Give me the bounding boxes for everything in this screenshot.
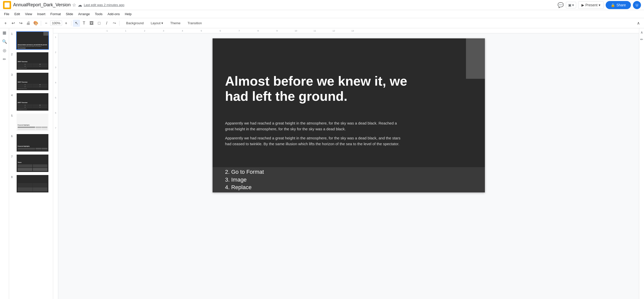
- collapse-toolbar-button[interactable]: ∧: [635, 20, 642, 27]
- layout-dropdown-button[interactable]: Layout ▾: [148, 20, 166, 26]
- line-button[interactable]: /: [103, 20, 110, 27]
- transition-button[interactable]: Transition: [185, 20, 205, 26]
- slide-body: Apparently we had reached a great height…: [225, 120, 402, 147]
- edit-panel-icon[interactable]: ✏: [3, 57, 6, 62]
- popup-item-3[interactable]: 4. Replace: [225, 184, 472, 191]
- slide-paragraph-2: Apparently we had reached a great height…: [225, 135, 402, 147]
- doc-title: AnnualReport_Dark_Version: [13, 2, 71, 8]
- print-button[interactable]: 🖨: [25, 20, 32, 27]
- slide-number-4: 4: [11, 94, 15, 97]
- slide-title: Almost before we knew it, we had left th…: [225, 74, 414, 104]
- menu-edit[interactable]: Edit: [12, 11, 22, 17]
- slide-item-8[interactable]: 8: [9, 173, 53, 194]
- menu-insert[interactable]: Insert: [35, 11, 47, 17]
- slide-thumb-5[interactable]: Financial Highlights: [16, 113, 49, 132]
- layout-mode-button[interactable]: ▣ ▾: [566, 2, 576, 8]
- menu-tools[interactable]: Tools: [93, 11, 104, 17]
- menu-format[interactable]: Format: [48, 11, 63, 17]
- shape-button[interactable]: □: [96, 20, 103, 27]
- slide-number-5: 5: [11, 114, 15, 117]
- slide-item-2[interactable]: 2 SWOT Overview SW OT Lorem ipsum dolor …: [9, 51, 53, 71]
- animate-panel-icon[interactable]: ◎: [3, 48, 6, 53]
- menu-slide[interactable]: Slide: [64, 11, 75, 17]
- image-button[interactable]: 🖼: [88, 20, 95, 27]
- menu-arrange[interactable]: Arrange: [76, 11, 92, 17]
- zoom-in-button[interactable]: +: [63, 20, 70, 27]
- slide-thumb-6[interactable]: Financial Highlights: [16, 134, 49, 152]
- right-panel-edit-icon[interactable]: ✏: [640, 37, 643, 41]
- menu-file[interactable]: File: [2, 11, 11, 17]
- user-avatar[interactable]: U: [633, 1, 641, 9]
- top-bar: AnnualReport_Dark_Version ☆ ☁ Last edit …: [0, 0, 644, 10]
- toolbar-sep-1: [41, 21, 41, 26]
- menu-bar: File Edit View Insert Format Slide Arran…: [0, 10, 644, 18]
- slide-main[interactable]: Almost before we knew it, we had left th…: [213, 38, 485, 192]
- connector-button[interactable]: ⤳: [111, 20, 118, 27]
- theme-button[interactable]: Theme: [167, 20, 183, 26]
- popup-item-2[interactable]: 3. Image: [225, 176, 472, 184]
- slide-number-2: 2: [11, 53, 15, 56]
- star-icon[interactable]: ☆: [72, 2, 76, 8]
- slide-thumb-3[interactable]: SWOT Overview SW OT Lorem ipsum dolor si…: [16, 72, 49, 91]
- context-menu-overlay: 2. Go to Format 3. Image 4. Replace: [213, 167, 485, 192]
- slide-thumb-4[interactable]: SWOT Overview SW OT Lorem ipsum dolor si…: [16, 93, 49, 111]
- toolbar-sep-3: [119, 21, 120, 26]
- toolbar-right-buttons: Background Layout ▾ Theme Transition: [123, 20, 205, 26]
- slide-paragraph-1: Apparently we had reached a great height…: [225, 120, 402, 132]
- canvas-scroll[interactable]: 1 2 3 4 5 6 7 Almost before we knew it, …: [53, 33, 639, 299]
- app-icon: [3, 1, 11, 9]
- main-area: ▦ 🔍 ◎ ✏ 1 Almost before we knew it, we h…: [0, 28, 644, 299]
- collapse-right-panel-button[interactable]: ∧: [640, 30, 643, 34]
- slide-thumb-7[interactable]: Team: [16, 154, 49, 172]
- left-panel-icons: ▦ 🔍 ◎ ✏: [0, 28, 9, 299]
- paint-format-button[interactable]: 🎨: [32, 20, 39, 27]
- toolbar-sep-2: [71, 21, 71, 26]
- last-edit-label[interactable]: Last edit was 2 minutes ago: [84, 3, 124, 7]
- slides-panel-icon[interactable]: ▦: [3, 30, 6, 35]
- zoom-level[interactable]: 100%: [50, 20, 62, 26]
- slide-item-1[interactable]: 1 Almost before we knew it, we had left …: [9, 30, 53, 51]
- top-right-actions: 💬 ▣ ▾ ▶ Present ▾ 🔒 Share U: [558, 1, 641, 9]
- slide-panel: 1 Almost before we knew it, we had left …: [9, 28, 53, 299]
- menu-addons[interactable]: Add-ons: [106, 11, 122, 17]
- search-panel-icon[interactable]: 🔍: [2, 39, 7, 44]
- redo-button[interactable]: ↪: [17, 20, 24, 27]
- slide-item-5[interactable]: 5 Financial Highlights: [9, 112, 53, 133]
- slide-number-6: 6: [11, 135, 15, 138]
- cloud-icon: ☁: [78, 2, 82, 8]
- zoom-out-button[interactable]: −: [43, 20, 50, 27]
- cursor-tool-button[interactable]: ↖: [73, 20, 80, 27]
- share-button[interactable]: 🔒 Share: [606, 1, 631, 9]
- add-slide-button[interactable]: +: [2, 20, 9, 27]
- slide-thumb-8[interactable]: [16, 175, 49, 193]
- right-panel: ∧ ✏: [639, 28, 644, 299]
- menu-help[interactable]: Help: [123, 11, 134, 17]
- slide-item-6[interactable]: 6 Financial Highlights: [9, 133, 53, 153]
- canvas-container: -1 1 2 3 4 5 6 7 8 9 10 11 12 13 1 2 3 4…: [53, 28, 639, 299]
- popup-item-1[interactable]: 2. Go to Format: [225, 168, 472, 176]
- background-button[interactable]: Background: [123, 20, 147, 26]
- toolbar: + ↩ ↪ 🖨 🎨 − 100% + ↖ T 🖼 □ / ⤳ Backgroun…: [0, 18, 644, 28]
- undo-button[interactable]: ↩: [10, 20, 17, 27]
- slide-decoration-rect: [466, 38, 485, 79]
- slide-item-3[interactable]: 3 SWOT Overview SW OT Lorem ipsum dolor …: [9, 71, 53, 92]
- comment-button[interactable]: 💬: [558, 2, 564, 8]
- slide-item-4[interactable]: 4 SWOT Overview SW OT Lorem ipsum dolor …: [9, 92, 53, 112]
- slide-canvas-area[interactable]: Almost before we knew it, we had left th…: [58, 33, 639, 299]
- text-box-button[interactable]: T: [80, 20, 87, 27]
- slide-thumb-2[interactable]: SWOT Overview SW OT Lorem ipsum dolor si…: [16, 52, 49, 70]
- doc-title-area: AnnualReport_Dark_Version ☆ ☁ Last edit …: [13, 2, 558, 8]
- horizontal-ruler: -1 1 2 3 4 5 6 7 8 9 10 11 12 13: [53, 28, 639, 33]
- present-icon: ▶: [581, 3, 584, 7]
- vertical-ruler: 1 2 3 4 5 6 7: [53, 33, 58, 299]
- slide-number-1: 1: [11, 32, 15, 35]
- present-button[interactable]: ▶ Present ▾: [578, 1, 603, 9]
- slide-number-3: 3: [11, 73, 15, 76]
- slide-number-7: 7: [11, 155, 15, 158]
- slide-number-8: 8: [11, 176, 15, 179]
- present-dropdown-icon: ▾: [599, 3, 600, 7]
- slide-item-7[interactable]: 7 Team: [9, 153, 53, 173]
- lock-icon: 🔒: [611, 3, 615, 7]
- slide-thumb-1[interactable]: Almost before we knew it, we had left th…: [16, 31, 49, 50]
- menu-view[interactable]: View: [23, 11, 34, 17]
